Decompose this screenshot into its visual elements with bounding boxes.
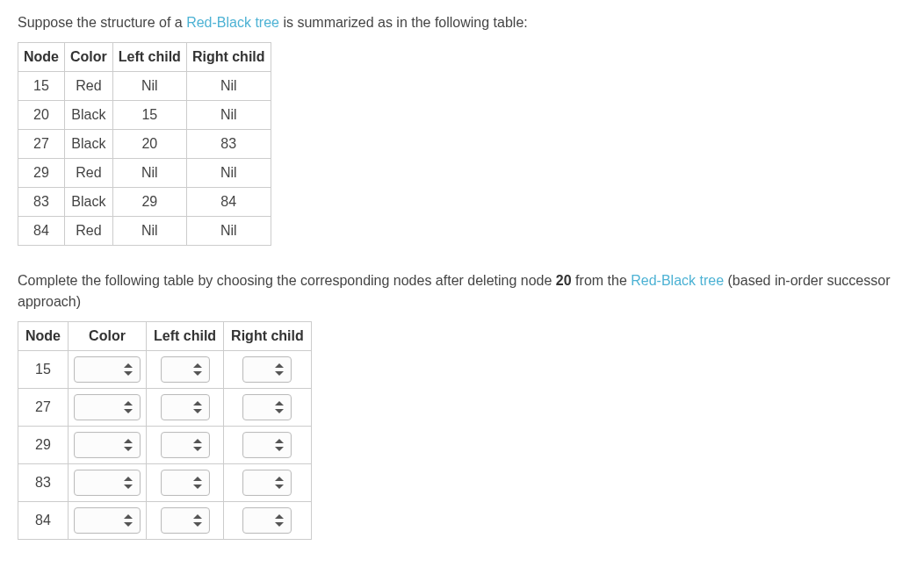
th-color: Color (69, 322, 147, 351)
cell-color: Red (65, 217, 113, 246)
cell-node: 20 (18, 101, 65, 130)
table-row: 27 Black 20 83 (18, 130, 271, 159)
cell-node: 29 (18, 427, 69, 464)
cell-node: 83 (18, 188, 65, 217)
sort-icon (124, 363, 133, 376)
color-select[interactable] (74, 432, 141, 458)
table-row: 84 Red Nil Nil (18, 217, 271, 246)
sort-icon (275, 363, 284, 376)
right-child-select[interactable] (242, 432, 292, 458)
red-black-tree-link-1[interactable]: Red-Black tree (186, 15, 279, 30)
sort-icon (193, 439, 202, 451)
cell-left: 15 (112, 101, 186, 130)
color-select[interactable] (74, 507, 141, 534)
th-color: Color (65, 43, 113, 72)
cell-node: 27 (18, 130, 65, 159)
cell-node: 29 (18, 159, 65, 188)
sort-icon (193, 514, 202, 527)
cell-node: 15 (18, 72, 65, 101)
right-child-select[interactable] (242, 394, 292, 420)
color-select[interactable] (74, 356, 141, 383)
instruction-paragraph: Complete the following table by choosing… (18, 270, 906, 312)
left-child-select[interactable] (161, 432, 210, 458)
sort-icon (275, 439, 284, 451)
table-row: 29 (18, 427, 312, 464)
sort-icon (124, 439, 133, 451)
left-child-select[interactable] (161, 507, 210, 534)
sort-icon (193, 477, 202, 489)
th-node: Node (18, 322, 69, 351)
cell-color: Black (65, 130, 113, 159)
intro-paragraph: Suppose the structure of a Red-Black tre… (18, 12, 906, 33)
table-row: 20 Black 15 Nil (18, 101, 271, 130)
table-row: 84 (18, 502, 312, 540)
answer-table: Node Color Left child Right child 15 27 … (18, 321, 312, 540)
cell-node: 83 (18, 464, 69, 502)
intro-prefix: Suppose the structure of a (18, 15, 186, 30)
cell-node: 84 (18, 502, 69, 540)
table-header-row: Node Color Left child Right child (18, 43, 271, 72)
sort-icon (124, 401, 133, 413)
sort-icon (124, 514, 133, 527)
sort-icon (193, 363, 202, 376)
cell-node: 15 (18, 351, 69, 389)
sort-icon (275, 401, 284, 413)
sort-icon (275, 477, 284, 489)
cell-node: 84 (18, 217, 65, 246)
cell-left: 20 (112, 130, 186, 159)
intro-suffix: is summarized as in the following table: (279, 15, 528, 30)
cell-color: Black (65, 101, 113, 130)
th-left: Left child (112, 43, 186, 72)
th-right: Right child (186, 43, 271, 72)
cell-left: Nil (112, 72, 186, 101)
left-child-select[interactable] (161, 470, 210, 496)
table-header-row: Node Color Left child Right child (18, 322, 312, 351)
table-row: 15 (18, 351, 312, 389)
color-select[interactable] (74, 394, 141, 420)
para2-mid: from the (572, 273, 632, 288)
cell-right: Nil (186, 72, 271, 101)
th-right: Right child (224, 322, 312, 351)
th-node: Node (18, 43, 65, 72)
tree-structure-table: Node Color Left child Right child 15 Red… (18, 42, 271, 246)
red-black-tree-link-2[interactable]: Red-Black tree (631, 273, 724, 288)
right-child-select[interactable] (242, 507, 292, 534)
cell-right: Nil (186, 159, 271, 188)
cell-left: Nil (112, 159, 186, 188)
right-child-select[interactable] (242, 470, 292, 496)
sort-icon (193, 401, 202, 413)
right-child-select[interactable] (242, 356, 292, 383)
cell-color: Red (65, 72, 113, 101)
cell-left: 29 (112, 188, 186, 217)
deleted-node-bold: 20 (556, 273, 572, 288)
cell-right: Nil (186, 217, 271, 246)
cell-right: Nil (186, 101, 271, 130)
para2-prefix: Complete the following table by choosing… (18, 273, 556, 288)
cell-left: Nil (112, 217, 186, 246)
sort-icon (275, 514, 284, 527)
table-row: 83 (18, 464, 312, 502)
color-select[interactable] (74, 470, 141, 496)
cell-color: Black (65, 188, 113, 217)
left-child-select[interactable] (161, 394, 210, 420)
table-row: 15 Red Nil Nil (18, 72, 271, 101)
left-child-select[interactable] (161, 356, 210, 383)
cell-color: Red (65, 159, 113, 188)
cell-right: 83 (186, 130, 271, 159)
cell-right: 84 (186, 188, 271, 217)
sort-icon (124, 477, 133, 489)
table-row: 83 Black 29 84 (18, 188, 271, 217)
table-row: 27 (18, 389, 312, 427)
th-left: Left child (147, 322, 224, 351)
cell-node: 27 (18, 389, 69, 427)
table-row: 29 Red Nil Nil (18, 159, 271, 188)
